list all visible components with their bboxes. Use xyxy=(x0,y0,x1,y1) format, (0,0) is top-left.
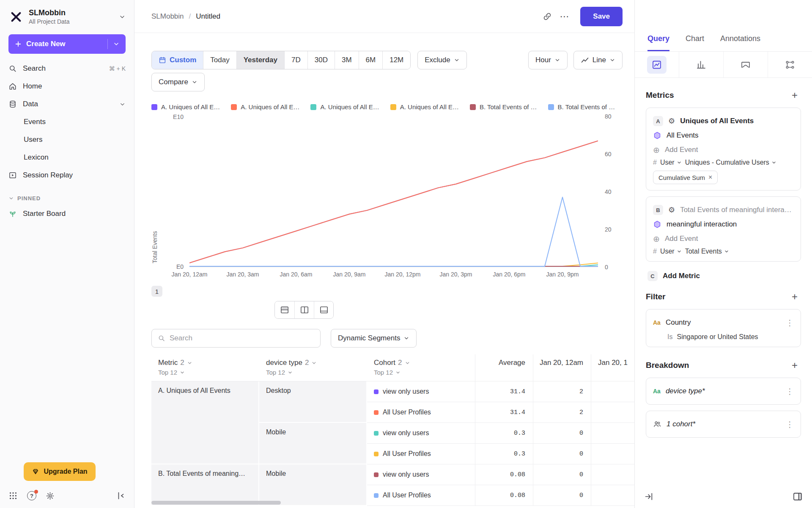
metric-card-a[interactable]: A ⚙ Uniques of All Events All Events ⊕ A… xyxy=(646,108,801,190)
share-link-button[interactable] xyxy=(539,8,556,25)
table-row-cohort[interactable]: All User Profiles xyxy=(367,402,475,423)
device-group-cell[interactable]: Mobile xyxy=(259,464,367,506)
add-breakdown-plus-button[interactable]: + xyxy=(788,359,801,372)
workspace-switcher[interactable]: SLMobbin All Project Data xyxy=(0,0,134,31)
range-3m[interactable]: 3M xyxy=(335,51,359,69)
bar-chart-type-button[interactable] xyxy=(679,52,723,77)
column-header-next[interactable]: Jan 20, 1 xyxy=(591,354,634,369)
sidebar-item-session-replay[interactable]: Session Replay xyxy=(0,166,134,184)
range-7d[interactable]: 7D xyxy=(284,51,307,69)
metric-settings-gear-icon[interactable]: ⚙ xyxy=(668,116,675,126)
filter-value[interactable]: Singapore or United States xyxy=(677,333,758,341)
table-row-cohort[interactable]: All User Profiles xyxy=(367,444,475,464)
layout-bottom-panel-button[interactable] xyxy=(314,301,333,318)
table-row-cohort[interactable]: All User Profiles xyxy=(367,485,475,506)
more-options-button[interactable]: ⋯ xyxy=(556,8,573,25)
legend-item[interactable]: B. Total Events of … xyxy=(548,103,615,110)
retention-chart-type-button[interactable] xyxy=(723,52,768,77)
pinned-section-header[interactable]: PINNED xyxy=(0,184,134,205)
sidebar-item-users[interactable]: Users xyxy=(0,131,134,149)
metric-title[interactable]: Total Events of meaningful interact… xyxy=(680,206,794,214)
range-yesterday[interactable]: Yesterday xyxy=(236,51,284,69)
create-new-button[interactable]: Create New xyxy=(8,34,126,54)
chart-type-dropdown[interactable]: Line xyxy=(573,51,623,69)
column-header-device-type[interactable]: device type2 xyxy=(259,354,367,369)
kebab-menu-icon[interactable]: ⋮ xyxy=(786,318,794,328)
column-header-metric[interactable]: Metric2 xyxy=(151,354,259,369)
table-row-cohort[interactable]: view only users xyxy=(367,464,475,485)
chart-plot-area[interactable]: Jan 20, 12amJan 20, 3amJan 20, 6amJan 20… xyxy=(189,116,598,267)
add-filter-plus-button[interactable]: + xyxy=(788,290,801,303)
help-button[interactable]: ? xyxy=(27,491,36,500)
tab-chart[interactable]: Chart xyxy=(686,34,704,51)
kebab-menu-icon[interactable]: ⋮ xyxy=(786,387,794,396)
aggregation-type-dropdown[interactable]: Uniques - Cumulative Users xyxy=(685,159,776,166)
metric-settings-gear-icon[interactable]: ⚙ xyxy=(668,205,675,215)
sidebar-item-home[interactable]: Home xyxy=(0,77,134,95)
aggregation-entity-dropdown[interactable]: User xyxy=(660,159,682,166)
sidebar-item-data[interactable]: Data xyxy=(0,95,134,113)
granularity-dropdown[interactable]: Hour xyxy=(528,51,568,69)
line-chart[interactable]: E10 Total Events E0 Jan 20, 12amJan 20, … xyxy=(151,116,634,267)
metric-group-cell[interactable]: A. Uniques of All Events xyxy=(151,381,259,464)
range-custom[interactable]: Custom xyxy=(152,51,203,69)
breakdown-card-cohort[interactable]: 1 cohort* ⋮ xyxy=(646,411,801,438)
settings-gear-icon[interactable] xyxy=(46,491,55,500)
table-row-cohort[interactable]: view only users xyxy=(367,381,475,402)
breakdown-property-name[interactable]: 1 cohort* xyxy=(667,420,695,428)
column-header-cohort[interactable]: Cohort2 xyxy=(367,354,475,369)
breadcrumb-page-title[interactable]: Untitled xyxy=(196,12,220,21)
add-metric-plus-button[interactable]: + xyxy=(788,89,801,102)
sidebar-item-events[interactable]: Events xyxy=(0,113,134,131)
cumulative-sum-chip[interactable]: Cumulative Sum × xyxy=(653,171,718,184)
save-button[interactable]: Save xyxy=(580,7,623,26)
breakdown-property-name[interactable]: device type* xyxy=(666,387,705,395)
range-12m[interactable]: 12M xyxy=(382,51,410,69)
metric-group-cell[interactable]: B. Total Events of meaning… xyxy=(151,464,259,506)
range-6m[interactable]: 6M xyxy=(359,51,383,69)
column-header-average[interactable]: Average xyxy=(475,354,533,369)
breakdown-card-device-type[interactable]: Aa device type* ⋮ xyxy=(646,378,801,405)
legend-item[interactable]: B. Total Events of … xyxy=(470,103,537,110)
collapse-sidebar-icon[interactable] xyxy=(116,491,126,500)
tab-annotations[interactable]: Annotations xyxy=(720,34,760,51)
device-group-cell[interactable]: Mobile xyxy=(259,423,367,464)
tab-query[interactable]: Query xyxy=(647,34,669,51)
layout-split-vertical-button[interactable] xyxy=(294,301,314,318)
filter-card-country[interactable]: Aa Country ⋮ Is Singapore or United Stat… xyxy=(646,309,801,347)
aggregation-type-dropdown[interactable]: Total Events xyxy=(685,248,729,255)
range-today[interactable]: Today xyxy=(203,51,236,69)
table-search[interactable] xyxy=(151,329,321,348)
exclude-dropdown[interactable]: Exclude xyxy=(417,51,466,69)
legend-item[interactable]: A. Uniques of All E… xyxy=(310,103,379,110)
breadcrumb-project[interactable]: SLMobbin xyxy=(151,12,184,21)
chevron-down-icon[interactable] xyxy=(113,41,120,47)
metric-title[interactable]: Uniques of All Events xyxy=(680,117,754,125)
layout-split-horizontal-button[interactable] xyxy=(275,301,294,318)
upgrade-plan-button[interactable]: Upgrade Plan xyxy=(24,462,96,481)
legend-item[interactable]: A. Uniques of All E… xyxy=(231,103,299,110)
filter-property-name[interactable]: Country xyxy=(666,318,691,327)
sidebar-item-lexicon[interactable]: Lexicon xyxy=(0,149,134,166)
collapse-panel-icon[interactable] xyxy=(644,492,653,501)
dynamic-segments-dropdown[interactable]: Dynamic Segments xyxy=(331,329,417,348)
add-event-button[interactable]: Add Event xyxy=(665,146,698,154)
kebab-menu-icon[interactable]: ⋮ xyxy=(786,420,794,429)
sidebar-item-starter-board[interactable]: Starter Board xyxy=(0,205,134,223)
table-row-cohort[interactable]: view only users xyxy=(367,423,475,444)
compare-dropdown[interactable]: Compare xyxy=(151,73,205,91)
metric-card-b[interactable]: B ⚙ Total Events of meaningful interact…… xyxy=(646,196,801,262)
remove-chip-icon[interactable]: × xyxy=(708,174,712,181)
add-metric-row[interactable]: C Add Metric xyxy=(646,268,801,290)
panel-layout-icon[interactable] xyxy=(793,491,803,502)
legend-item[interactable]: A. Uniques of All E… xyxy=(151,103,220,110)
top-filter-metric[interactable]: Top 12 xyxy=(151,369,259,381)
device-group-cell[interactable]: Desktop xyxy=(259,381,367,423)
apps-grid-icon[interactable] xyxy=(8,491,18,500)
search-input[interactable] xyxy=(170,334,314,342)
top-filter-cohort[interactable]: Top 12 xyxy=(367,369,475,381)
chart-page-indicator[interactable]: 1 xyxy=(151,286,162,297)
horizontal-scrollbar[interactable] xyxy=(151,501,281,505)
add-event-button[interactable]: Add Event xyxy=(665,235,698,243)
legend-item[interactable]: A. Uniques of All E… xyxy=(390,103,459,110)
